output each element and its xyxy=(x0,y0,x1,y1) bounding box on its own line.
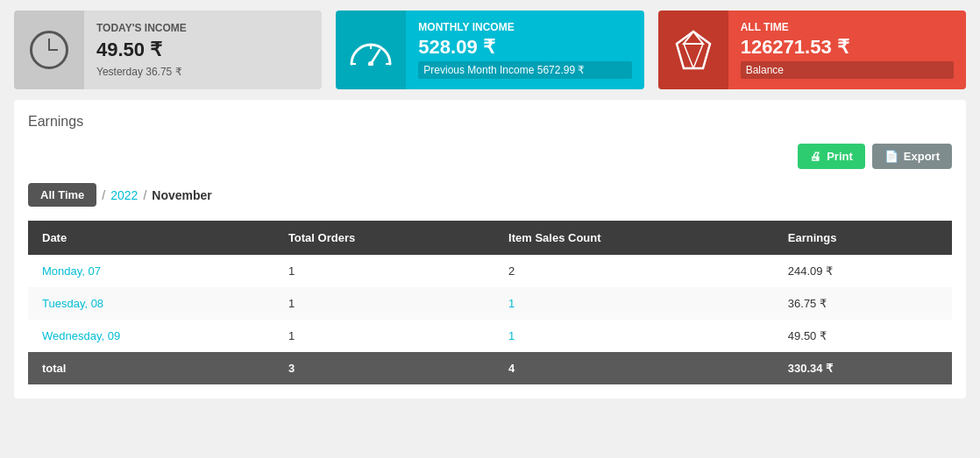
footer-earnings: 330.34 ₹ xyxy=(774,352,952,384)
cell-date[interactable]: Monday, 07 xyxy=(28,255,274,287)
cell-item-sales: 2 xyxy=(494,255,774,287)
alltime-income-value: 126271.53 ₹ xyxy=(741,36,954,59)
print-label: Print xyxy=(827,150,853,163)
monthly-income-value: 528.09 ₹ xyxy=(418,36,631,59)
diamond-icon-container xyxy=(658,11,728,89)
today-income-value: 49.50 ₹ xyxy=(96,39,309,61)
cell-item-sales: 1 xyxy=(494,320,774,352)
export-icon: 📄 xyxy=(884,150,898,163)
cell-earnings: 244.09 ₹ xyxy=(774,255,952,287)
table-header-row: Date Total Orders Item Sales Count Earni… xyxy=(28,221,952,255)
print-icon: 🖨 xyxy=(810,150,821,163)
cell-earnings: 49.50 ₹ xyxy=(774,320,952,352)
all-time-button[interactable]: All Time xyxy=(28,183,96,207)
table-row: Wednesday, 091149.50 ₹ xyxy=(28,320,952,352)
monthly-income-card: MONTHLY INCOME 528.09 ₹ Previous Month I… xyxy=(336,11,643,89)
col-item-sales: Item Sales Count xyxy=(494,221,774,255)
export-button[interactable]: 📄 Export xyxy=(872,144,952,169)
col-date: Date xyxy=(28,221,274,255)
earnings-table: Date Total Orders Item Sales Count Earni… xyxy=(28,221,952,384)
today-income-card: TODAY'S INCOME 49.50 ₹ Yesterday 36.75 ₹ xyxy=(14,11,322,89)
breadcrumb-sep-2: / xyxy=(143,188,146,202)
svg-marker-5 xyxy=(677,32,710,68)
speedometer-icon-container xyxy=(336,11,406,89)
cell-date[interactable]: Wednesday, 09 xyxy=(28,320,274,352)
today-income-sub: Yesterday 36.75 ₹ xyxy=(96,66,309,78)
monthly-income-sub: Previous Month Income 5672.99 ₹ xyxy=(418,61,631,79)
breadcrumb-sep-1: / xyxy=(102,188,105,202)
col-total-orders: Total Orders xyxy=(274,221,494,255)
print-button[interactable]: 🖨 Print xyxy=(798,144,865,169)
table-header: Date Total Orders Item Sales Count Earni… xyxy=(28,221,952,255)
col-earnings: Earnings xyxy=(774,221,952,255)
alltime-income-sub: Balance xyxy=(741,61,954,79)
clock-icon-container xyxy=(14,11,84,89)
table-footer-row: total34330.34 ₹ xyxy=(28,352,952,384)
table-row: Monday, 0712244.09 ₹ xyxy=(28,255,952,287)
table-footer: total34330.34 ₹ xyxy=(28,352,952,384)
svg-line-7 xyxy=(684,44,693,68)
today-income-label: TODAY'S INCOME xyxy=(96,22,309,34)
svg-line-8 xyxy=(693,44,703,68)
alltime-income-card: ALL TIME 126271.53 ₹ Balance xyxy=(658,11,966,89)
breadcrumb: All Time / 2022 / November xyxy=(28,183,952,207)
cell-total-orders: 1 xyxy=(274,255,494,287)
breadcrumb-month: November xyxy=(152,188,211,202)
alltime-income-label: ALL TIME xyxy=(741,21,954,33)
monthly-income-label: MONTHLY INCOME xyxy=(418,21,631,33)
diamond-icon xyxy=(671,28,715,72)
top-bar: TODAY'S INCOME 49.50 ₹ Yesterday 36.75 ₹… xyxy=(0,0,980,100)
footer-label: total xyxy=(28,352,274,384)
footer-item-sales: 4 xyxy=(494,352,774,384)
toolbar: 🖨 Print 📄 Export xyxy=(28,144,952,169)
table-row: Tuesday, 081136.75 ₹ xyxy=(28,287,952,320)
today-income-body: TODAY'S INCOME 49.50 ₹ Yesterday 36.75 ₹ xyxy=(84,11,322,89)
clock-icon xyxy=(30,31,68,69)
cell-date[interactable]: Tuesday, 08 xyxy=(28,287,274,320)
export-label: Export xyxy=(904,150,940,163)
cell-total-orders: 1 xyxy=(274,287,494,320)
cell-total-orders: 1 xyxy=(274,320,494,352)
cell-item-sales: 1 xyxy=(494,287,774,320)
speedometer-icon xyxy=(348,34,394,66)
table-body: Monday, 0712244.09 ₹Tuesday, 081136.75 ₹… xyxy=(28,255,952,352)
monthly-income-body: MONTHLY INCOME 528.09 ₹ Previous Month I… xyxy=(406,11,643,89)
main-content: Earnings 🖨 Print 📄 Export All Time / 202… xyxy=(14,100,966,398)
alltime-income-body: ALL TIME 126271.53 ₹ Balance xyxy=(728,11,966,89)
breadcrumb-year[interactable]: 2022 xyxy=(110,188,138,202)
section-title: Earnings xyxy=(28,114,952,130)
footer-total-orders: 3 xyxy=(274,352,494,384)
speedometer-wrapper xyxy=(344,24,397,76)
cell-earnings: 36.75 ₹ xyxy=(774,287,952,320)
